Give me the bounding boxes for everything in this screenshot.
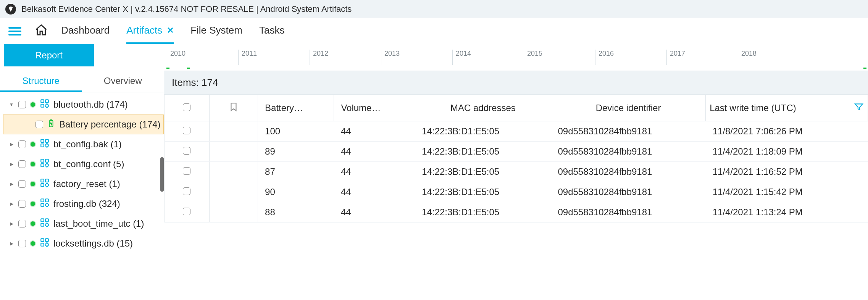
tree-item[interactable]: bt_config.bak (1)	[3, 134, 164, 154]
tree-item-label: Battery percentage (174)	[59, 119, 161, 130]
column-header-volume[interactable]: Volume…	[334, 95, 415, 121]
sidebar-tab-overview-label: Overview	[104, 76, 142, 86]
row-bookmark-cell[interactable]	[209, 121, 258, 142]
svg-rect-13	[45, 163, 49, 168]
close-tab-icon[interactable]: ✕	[167, 26, 174, 35]
report-button[interactable]: Report	[4, 44, 94, 66]
tree-item-checkbox[interactable]	[18, 180, 26, 188]
hamburger-menu-icon[interactable]	[8, 27, 21, 35]
status-dot-icon	[30, 221, 36, 227]
row-checkbox-cell[interactable]	[165, 182, 210, 202]
row-checkbox-cell[interactable]	[165, 202, 210, 223]
select-all-checkbox[interactable]	[183, 103, 190, 111]
sidebar-tab-structure[interactable]: Structure	[0, 71, 82, 92]
svg-rect-25	[45, 223, 49, 227]
column-header-device[interactable]: Device identifier	[551, 95, 705, 121]
svg-rect-9	[45, 144, 49, 148]
scrollbar-thumb[interactable]	[160, 157, 164, 192]
tree-item[interactable]: factory_reset (1)	[3, 174, 164, 194]
table-row[interactable]: 884414:22:3B:D1:E5:0509d558310284fbb9181…	[165, 202, 868, 223]
status-dot-icon	[30, 181, 36, 187]
timeline-year[interactable]: 2016	[595, 50, 666, 65]
row-checkbox-cell[interactable]	[165, 142, 210, 162]
cell-volume: 44	[334, 121, 415, 142]
row-checkbox[interactable]	[183, 147, 190, 155]
tab-artifacts[interactable]: Artifacts ✕	[126, 18, 174, 44]
timeline-year[interactable]: 2017	[666, 50, 738, 65]
timeline-year[interactable]: 2014	[452, 50, 524, 65]
row-checkbox[interactable]	[183, 167, 190, 175]
tree-item-checkbox[interactable]	[18, 200, 26, 208]
timeline-year[interactable]: 2012	[310, 50, 381, 65]
tree-item-checkbox[interactable]	[18, 220, 26, 227]
tree-item[interactable]: bluetooth.db (174)	[3, 95, 164, 115]
column-header-battery[interactable]: Battery…	[258, 95, 334, 121]
cell-mac: 14:22:3B:D1:E5:05	[415, 162, 551, 182]
column-header-bookmark[interactable]	[209, 95, 258, 121]
tree-item-checkbox[interactable]	[35, 121, 43, 128]
tree-item-checkbox[interactable]	[18, 140, 26, 148]
svg-rect-0	[41, 100, 44, 103]
category-grid-icon	[40, 138, 50, 150]
cell-battery: 87	[258, 162, 334, 182]
tree-item-checkbox[interactable]	[18, 240, 26, 247]
timeline-year[interactable]: 2015	[524, 50, 595, 65]
column-header-mac[interactable]: MAC addresses	[415, 95, 551, 121]
tree-item[interactable]: last_boot_time_utc (1)	[3, 214, 164, 234]
tree-item-checkbox[interactable]	[18, 101, 26, 108]
timeline-year[interactable]: 2010	[167, 50, 238, 65]
chevron-right-icon[interactable]	[8, 241, 15, 246]
table-row[interactable]: 894414:22:3B:D1:E5:0509d558310284fbb9181…	[165, 142, 868, 162]
home-icon[interactable]	[34, 23, 48, 39]
tree: bluetooth.db (174)Battery percentage (17…	[0, 92, 164, 300]
chevron-down-icon[interactable]	[8, 102, 15, 107]
cell-mac: 14:22:3B:D1:E5:05	[415, 182, 551, 202]
column-header-time[interactable]: Last write time (UTC)	[706, 95, 868, 121]
tab-dashboard[interactable]: Dashboard	[61, 18, 110, 44]
svg-rect-28	[41, 243, 44, 246]
cell-device: 09d558310284fbb9181	[551, 142, 705, 162]
tree-item-label: frosting.db (324)	[53, 198, 120, 209]
row-checkbox-cell[interactable]	[165, 121, 210, 142]
chevron-right-icon[interactable]	[8, 221, 15, 226]
tree-item[interactable]: Battery percentage (174)	[3, 115, 164, 134]
tab-tasks[interactable]: Tasks	[259, 18, 284, 44]
row-bookmark-cell[interactable]	[209, 182, 258, 202]
tree-item[interactable]: locksettings.db (15)	[3, 234, 164, 253]
row-checkbox[interactable]	[183, 208, 190, 215]
svg-rect-22	[41, 219, 44, 222]
row-bookmark-cell[interactable]	[209, 202, 258, 223]
cell-battery: 88	[258, 202, 334, 223]
tree-item-checkbox[interactable]	[18, 160, 26, 168]
chevron-right-icon[interactable]	[8, 201, 15, 206]
row-checkbox[interactable]	[183, 127, 190, 134]
chevron-right-icon[interactable]	[8, 161, 15, 167]
timeline[interactable]: 2009201020112012201320142015201620172018	[164, 44, 868, 71]
tab-file-system[interactable]: File System	[190, 18, 242, 44]
chevron-right-icon[interactable]	[8, 142, 15, 147]
window-title: Belkasoft Evidence Center X | v.2.4.1567…	[21, 4, 352, 14]
table-row[interactable]: 904414:22:3B:D1:E5:0509d558310284fbb9181…	[165, 182, 868, 202]
row-bookmark-cell[interactable]	[209, 162, 258, 182]
cell-time: 11/4/2021 1:16:52 PM	[706, 162, 868, 182]
tree-item-label: last_boot_time_utc (1)	[53, 218, 144, 229]
timeline-year[interactable]: 2018	[738, 50, 809, 65]
cell-time: 11/8/2021 7:06:26 PM	[706, 121, 868, 142]
row-checkbox-cell[interactable]	[165, 162, 210, 182]
timeline-year[interactable]: 2013	[381, 50, 452, 65]
timeline-year[interactable]: 2011	[238, 50, 310, 65]
filter-icon[interactable]	[854, 102, 864, 114]
column-header-checkbox[interactable]	[165, 95, 210, 121]
timeline-year[interactable]: 2009	[164, 50, 167, 65]
data-grid: Battery… Volume… MAC addresses Device id…	[164, 95, 868, 300]
row-bookmark-cell[interactable]	[209, 142, 258, 162]
tree-item-label: locksettings.db (15)	[53, 238, 133, 249]
row-checkbox[interactable]	[183, 187, 190, 195]
table-row[interactable]: 1004414:22:3B:D1:E5:0509d558310284fbb918…	[165, 121, 868, 142]
sidebar-tab-overview[interactable]: Overview	[82, 71, 164, 92]
table-row[interactable]: 874414:22:3B:D1:E5:0509d558310284fbb9181…	[165, 162, 868, 182]
tree-item[interactable]: frosting.db (324)	[3, 194, 164, 214]
tree-item[interactable]: bt_config.conf (5)	[3, 154, 164, 174]
chevron-right-icon[interactable]	[8, 181, 15, 187]
svg-rect-3	[45, 104, 49, 108]
